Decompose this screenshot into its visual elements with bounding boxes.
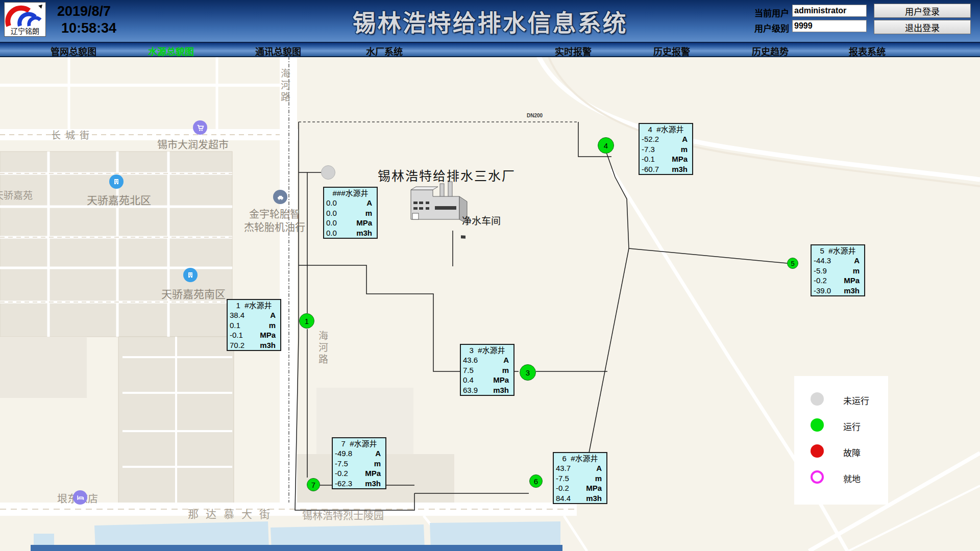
well-data-box-1: 1 #水源井 38.4A 0.1m -0.1MPa 70.2m3h <box>227 299 281 351</box>
logout-button[interactable]: 退出登录 <box>874 20 971 34</box>
plant-title: 锡林浩特给排水三水厂 <box>378 166 516 184</box>
factory-icon <box>411 182 467 239</box>
map-water <box>31 521 562 551</box>
well-data-box-7: 7 #水源井 -49.8A -7.5m -0.2MPa -62.3m3h <box>332 437 386 489</box>
street-haihe-mid: 海河路 <box>315 331 329 366</box>
logo-swoosh-icon <box>5 3 45 28</box>
nav-communication-overview[interactable]: 通讯总貌图 <box>255 44 301 58</box>
current-user-input[interactable] <box>792 5 867 17</box>
legend-swatch-notrunning <box>811 392 824 406</box>
hotel-bed-icon <box>73 490 87 505</box>
time-display: 10:58:34 <box>57 20 116 37</box>
well-data-box-5: 5 #水源井 -44.3A -5.9m -0.2MPa -39.0m3h <box>811 244 865 296</box>
nav-pipe-network-overview[interactable]: 管网总貌图 <box>51 44 96 58</box>
nav-report-system[interactable]: 报表系统 <box>849 44 886 58</box>
supermarket-cart-icon <box>193 120 207 135</box>
well-data-box-3: 3 #水源井 43.6A 7.5m 0.4MPa 63.9m3h <box>460 344 514 396</box>
legend-row-notrunning: 未运行 <box>794 392 888 406</box>
auto-shop-car-icon <box>273 190 287 204</box>
well-marker-7[interactable]: 7 <box>307 478 320 491</box>
well-data-box-4: 4 #水源井 -52.2A -7.3m -0.1MPa -60.7m3h <box>639 123 693 175</box>
nav-history-trend[interactable]: 历史趋势 <box>752 44 789 58</box>
workshop-label: 净水车间 <box>462 213 501 227</box>
poi-label-darunfa: 锡市大润发超市 <box>157 137 229 152</box>
well-marker-6[interactable]: 6 <box>529 474 543 488</box>
well-marker-5[interactable]: 5 <box>787 258 798 269</box>
nav-history-alarm[interactable]: 历史报警 <box>653 44 690 58</box>
area-tianjiao-north: 天骄嘉苑北区 <box>87 192 151 207</box>
user-level-label: 用户级别 <box>754 21 792 34</box>
legend-row-fault: 故障 <box>794 444 888 458</box>
datetime-display: 2019/8/7 10:58:34 <box>57 3 116 37</box>
pipe-diameter-label: DN200 <box>527 113 543 118</box>
company-logo: 辽宁铭朗 <box>4 2 46 37</box>
well-marker-4[interactable]: 4 <box>598 137 614 154</box>
poi-label-jielun: 杰轮胎机油行 <box>244 219 305 234</box>
user-level-input[interactable] <box>792 20 867 32</box>
well-marker-idle[interactable] <box>321 165 335 180</box>
nav-realtime-alarm[interactable]: 实时报警 <box>555 44 592 58</box>
well-data-box-hash: ###水源井 0.0A 0.0m 0.0MPa 0.0m3h <box>323 187 378 239</box>
well-marker-1[interactable]: 1 <box>299 313 314 329</box>
legend-swatch-fault <box>811 444 824 458</box>
residence-building-icon-north <box>109 174 124 189</box>
well-marker-3[interactable]: 3 <box>520 364 536 381</box>
street-haihe-top: 海河路 <box>278 68 291 104</box>
app-title: 锡林浩特给排水信息系统 <box>286 4 694 38</box>
date-display: 2019/8/7 <box>57 3 116 20</box>
legend-swatch-running <box>811 418 824 432</box>
area-tianjiao: 天骄嘉苑 <box>0 188 33 202</box>
status-legend: 未运行 运行 故障 就地 <box>794 376 888 505</box>
nav-water-plant-system[interactable]: 水厂系统 <box>366 44 403 58</box>
header: 辽宁铭朗 2019/8/7 10:58:34 锡林浩特给排水信息系统 当前用户 … <box>0 0 980 43</box>
area-lieshi: 锡林浩特烈士陵园 <box>302 508 384 522</box>
residence-building-icon-south <box>183 268 198 282</box>
street-changcheng: 长城街 <box>51 128 94 141</box>
well-data-box-6: 6 #水源井 43.7A -7.5m -0.2MPa 84.4m3h <box>553 452 607 504</box>
nav-bar: 管网总貌图 水源总貌图 通讯总貌图 水厂系统 实时报警 历史报警 历史趋势 报表… <box>0 43 980 57</box>
nav-water-source-overview[interactable]: 水源总貌图 <box>148 44 194 58</box>
logo-text: 辽宁铭朗 <box>5 26 45 36</box>
scada-screen: 长城街 锡市大润发超市 天骄嘉苑 天骄嘉苑北区 金宇轮胎智 杰轮胎机油行 天骄嘉… <box>0 0 980 551</box>
legend-swatch-local <box>811 470 824 484</box>
legend-row-running: 运行 <box>794 418 888 432</box>
legend-row-local: 就地 <box>794 470 888 484</box>
user-login-button[interactable]: 用户登录 <box>874 4 971 18</box>
map-bottom-river <box>31 545 562 551</box>
street-nadamu: 那达慕大街 <box>188 506 277 521</box>
poi-label-jinyu: 金宇轮胎智 <box>249 206 300 221</box>
current-user-label: 当前用户 <box>754 6 792 19</box>
area-tianjiao-south: 天骄嘉苑南区 <box>161 286 226 301</box>
